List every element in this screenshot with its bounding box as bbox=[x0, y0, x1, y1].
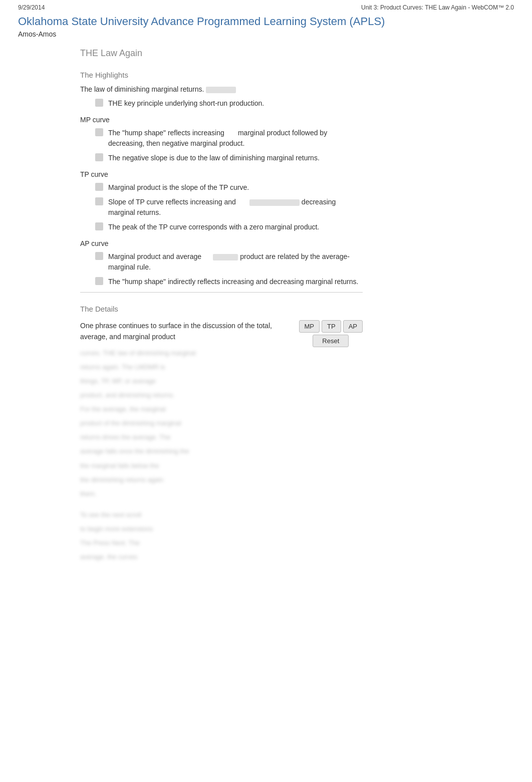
blurred-line: For the average, the marginal bbox=[80, 404, 284, 415]
date-label: 9/29/2014 bbox=[18, 4, 45, 11]
bullet-icon bbox=[95, 153, 103, 161]
ap-item-1: The "hump shape" indirectly reflects inc… bbox=[80, 277, 363, 287]
blurred-line: average falls once the diminishing the bbox=[80, 446, 284, 457]
tp-item-2: The peak of the TP curve corresponds wit… bbox=[80, 222, 363, 232]
curve-buttons-row: MP TP AP bbox=[299, 320, 363, 333]
blurred-line: returns drives the average. The bbox=[80, 432, 284, 443]
tp-item-0: Marginal product is the slope of the TP … bbox=[80, 182, 363, 193]
bullet-icon bbox=[95, 183, 103, 191]
tp-item-1: Slope of TP curve reflects increasing an… bbox=[80, 197, 363, 218]
blurred-line: product of the diminishing marginal bbox=[80, 418, 284, 429]
blurred-block-2: To see the next scroll to begin more ext… bbox=[80, 509, 284, 563]
page-title-header: Unit 3: Product Curves: THE Law Again - … bbox=[361, 4, 514, 11]
blurred-line: things, TP, MP, or average bbox=[80, 376, 284, 387]
ap-text-1: The "hump shape" indirectly reflects inc… bbox=[108, 277, 358, 287]
blurred-line: the marginal falls below the bbox=[80, 460, 284, 471]
header-bar: 9/29/2014 Unit 3: Product Curves: THE La… bbox=[0, 0, 532, 13]
bullet-icon bbox=[95, 277, 103, 285]
blurred-line: average. the curves bbox=[80, 552, 284, 563]
ap-highlight-0 bbox=[213, 254, 238, 260]
main-content: THE Law Again The Highlights The law of … bbox=[0, 48, 381, 573]
blurred-line: product, and diminishing returns. bbox=[80, 390, 284, 401]
blurred-line: curves. THE law of diminishing marginal bbox=[80, 348, 284, 359]
mp-item-0: The "hump shape" reflects increasing mar… bbox=[80, 128, 363, 149]
bullet-icon bbox=[95, 128, 103, 136]
blurred-block-1: curves. THE law of diminishing marginal … bbox=[80, 348, 284, 499]
law-highlight bbox=[206, 87, 236, 93]
mp-button[interactable]: MP bbox=[299, 320, 320, 333]
bullet-icon bbox=[95, 99, 103, 107]
key-principle-item: THE key principle underlying short-run p… bbox=[80, 98, 363, 109]
highlights-heading: The Highlights bbox=[80, 71, 363, 79]
ap-text-0: Marginal product and average product are… bbox=[108, 251, 363, 273]
blurred-line: to begin more extensions bbox=[80, 524, 284, 535]
site-subtitle: Amos-Amos bbox=[0, 29, 532, 44]
ap-item-0: Marginal product and average product are… bbox=[80, 251, 363, 273]
mp-text-0: The "hump shape" reflects increasing mar… bbox=[108, 128, 363, 149]
blurred-line: To see the next scroll bbox=[80, 509, 284, 520]
details-text-col: One phrase continues to surface in the d… bbox=[80, 320, 284, 573]
mp-item-1: The negative slope is due to the law of … bbox=[80, 153, 363, 163]
buttons-col: MP TP AP Reset bbox=[299, 320, 363, 347]
tp-curve-label: TP curve bbox=[80, 170, 363, 178]
bullet-icon bbox=[95, 222, 103, 230]
law-statement: The law of diminishing marginal returns. bbox=[80, 85, 363, 93]
reset-button[interactable]: Reset bbox=[313, 335, 349, 347]
mp-curve-label: MP curve bbox=[80, 116, 363, 124]
blurred-line: them. bbox=[80, 488, 284, 499]
details-heading: The Details bbox=[80, 305, 363, 313]
tp-highlight bbox=[249, 199, 300, 206]
mp-text-1: The negative slope is due to the law of … bbox=[108, 153, 320, 163]
tp-text-2: The peak of the TP curve corresponds wit… bbox=[108, 222, 319, 232]
tp-button[interactable]: TP bbox=[322, 320, 341, 333]
ap-button[interactable]: AP bbox=[343, 320, 363, 333]
details-section: The Details One phrase continues to surf… bbox=[80, 305, 363, 573]
bullet-icon bbox=[95, 252, 103, 260]
tp-text-0: Marginal product is the slope of the TP … bbox=[108, 182, 249, 193]
page-title: THE Law Again bbox=[80, 48, 363, 59]
blurred-line: the diminishing returns again bbox=[80, 474, 284, 485]
key-principle-text: THE key principle underlying short-run p… bbox=[108, 98, 264, 109]
ap-curve-label: AP curve bbox=[80, 239, 363, 247]
section-separator bbox=[80, 292, 363, 293]
details-body: One phrase continues to surface in the d… bbox=[80, 320, 363, 573]
site-title: Oklahoma State University Advance Progra… bbox=[0, 13, 532, 29]
tp-text-1: Slope of TP curve reflects increasing an… bbox=[108, 197, 363, 218]
details-intro: One phrase continues to surface in the d… bbox=[80, 320, 284, 343]
blurred-line: The Press Next. The bbox=[80, 538, 284, 549]
blurred-line: returns again. The LMDMR is bbox=[80, 362, 284, 373]
bullet-icon bbox=[95, 197, 103, 205]
